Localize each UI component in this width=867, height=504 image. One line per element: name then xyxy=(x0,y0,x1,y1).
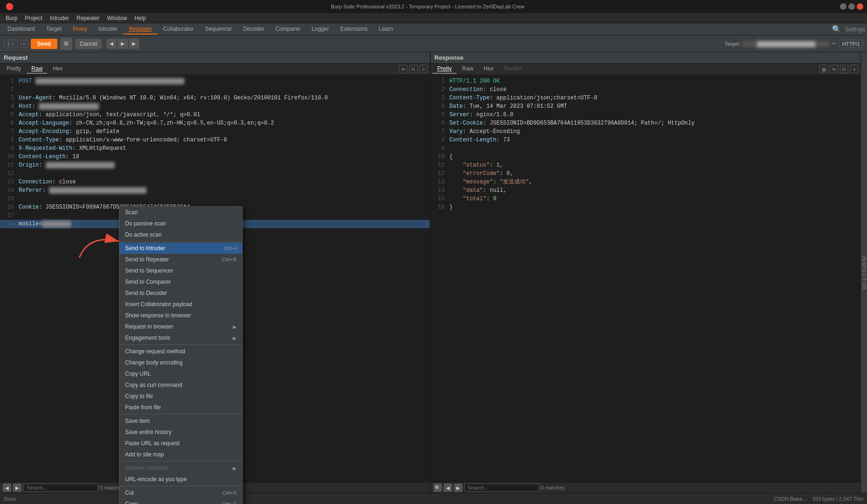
request-tab-pretty[interactable]: Pretty xyxy=(2,64,26,74)
ctx-change-method[interactable]: Change request method xyxy=(119,346,242,357)
response-search-prev[interactable]: ◀ xyxy=(444,483,452,492)
minimize-button[interactable] xyxy=(840,3,846,10)
close-button[interactable] xyxy=(857,3,863,10)
menu-help[interactable]: Help xyxy=(131,14,150,22)
shortcut-cut: Ctrl+X xyxy=(222,490,237,496)
menu-repeater[interactable]: Repeater xyxy=(73,14,103,22)
ctx-engagement[interactable]: Engagement tools ▶ xyxy=(119,332,242,343)
send-button[interactable]: Send xyxy=(31,39,57,49)
request-tab-hex[interactable]: Hex xyxy=(48,64,67,74)
inspector-panel[interactable]: INSPECTOR xyxy=(860,52,867,493)
shortcut-send-intruder: Ctrl+I xyxy=(224,245,237,251)
tab-decoder[interactable]: Decoder xyxy=(238,24,270,35)
nav-forward-button[interactable]: ▶ xyxy=(118,39,128,49)
ctx-copy-url[interactable]: Copy URL xyxy=(119,368,242,379)
tabbar: Dashboard Target Proxy Intruder Repeater… xyxy=(0,23,867,35)
response-pane-actions: ▦ ⇋ ln ≡ xyxy=(819,65,859,73)
menu-burp[interactable]: Burp xyxy=(2,14,21,22)
ctx-show-response[interactable]: Show response in browser xyxy=(119,310,242,321)
resp-line-2: 2 Connection: close xyxy=(431,85,860,94)
request-search-prev[interactable]: ◀ xyxy=(3,483,11,492)
request-search-next[interactable]: ▶ xyxy=(13,483,21,492)
edit-target-icon[interactable]: ✏ xyxy=(832,41,836,47)
ctx-request-browser[interactable]: Request in browser ▶ xyxy=(119,321,242,332)
ctx-save-item[interactable]: Save item xyxy=(119,415,242,427)
ctx-paste-url[interactable]: Paste URL as request xyxy=(119,438,242,449)
ctx-save-history[interactable]: Save entire history xyxy=(119,427,242,438)
request-search-input[interactable] xyxy=(23,483,98,492)
resp-line-7: 7 Vary: Accept-Encoding xyxy=(431,127,860,136)
ctx-send-intruder[interactable]: Send to Intruder Ctrl+I xyxy=(119,243,242,254)
ctx-active-scan[interactable]: Do active scan xyxy=(119,229,242,240)
response-search-next[interactable]: ▶ xyxy=(454,483,462,492)
code-line-7: 7 Accept-Encoding: gzip, deflate xyxy=(0,127,430,136)
request-wordwrap-button[interactable]: ⇋ xyxy=(399,65,407,73)
menu-window[interactable]: Window xyxy=(103,14,131,22)
ctx-passive-scan[interactable]: Do passive scan xyxy=(119,218,242,229)
tab-intruder[interactable]: Intruder xyxy=(93,24,123,35)
tab-comparer[interactable]: Comparer xyxy=(270,24,306,35)
tab-target[interactable]: Target xyxy=(41,24,67,35)
response-ln-button[interactable]: ln xyxy=(840,65,848,73)
response-grid-button[interactable]: ▦ xyxy=(819,65,828,73)
tab-extensions[interactable]: Extensions xyxy=(335,24,373,35)
settings-button[interactable]: ⚙ xyxy=(60,38,72,50)
resp-line-14: 14 "data": null, xyxy=(431,186,860,195)
tab-repeater[interactable]: Repeater xyxy=(123,24,157,35)
shortcut-send-repeater: Ctrl+R xyxy=(222,257,237,262)
settings-icon[interactable]: Settings xyxy=(845,26,865,33)
response-search-icon[interactable]: 🔍 xyxy=(434,483,442,492)
ctx-scan[interactable]: Scan xyxy=(119,207,242,218)
context-menu: Scan Do passive scan Do active scan Send… xyxy=(119,206,243,504)
code-line-11: 11 Origin: ████ xyxy=(0,161,430,169)
tab-sequencer[interactable]: Sequencer xyxy=(199,24,238,35)
ctx-cut[interactable]: Cut Ctrl+X xyxy=(119,487,242,498)
response-tab-render: Render xyxy=(499,64,527,74)
ctx-convert: Convert selection ▶ xyxy=(119,462,242,474)
ctx-url-encode[interactable]: URL-encode as you type xyxy=(119,474,242,485)
menu-project[interactable]: Project xyxy=(21,14,46,22)
search-icon[interactable]: 🔍 xyxy=(832,25,841,34)
response-menu-button[interactable]: ≡ xyxy=(850,65,859,73)
code-line-9: 9 X-Requested-With: XMLHttpRequest xyxy=(0,144,430,153)
tab-collaborator[interactable]: Collaborator xyxy=(158,24,199,35)
response-tab-hex[interactable]: Hex xyxy=(479,64,498,74)
cancel-button[interactable]: Cancel xyxy=(75,39,102,49)
response-wordwrap-button[interactable]: ⇋ xyxy=(830,65,838,73)
tab-proxy[interactable]: Proxy xyxy=(67,24,93,35)
response-code-area[interactable]: 1 HTTP/1.1 200 OK 2 Connection: close 3 … xyxy=(431,75,860,482)
ctx-sep-5 xyxy=(119,486,242,486)
toolbar: 1 × + Send ⚙ Cancel ◀ ▶ ▶ Target: ██████… xyxy=(0,35,867,52)
ctx-copy-curl[interactable]: Copy as curl command xyxy=(119,379,242,391)
tab-learn[interactable]: Learn xyxy=(373,24,399,35)
ctx-sep-1 xyxy=(119,241,242,242)
nav-back-button[interactable]: ◀ xyxy=(106,39,117,49)
response-search-input[interactable] xyxy=(464,483,539,492)
ctx-copy[interactable]: Copy Ctrl+C xyxy=(119,498,242,504)
ctx-send-repeater[interactable]: Send to Repeater Ctrl+R xyxy=(119,254,242,265)
ctx-copy-file[interactable]: Copy to file xyxy=(119,391,242,402)
ctx-change-encoding[interactable]: Change body encoding xyxy=(119,357,242,368)
ctx-collaborator[interactable]: Insert Collaborator payload xyxy=(119,299,242,310)
tab-dashboard[interactable]: Dashboard xyxy=(2,24,41,35)
code-line-3: 3 User-Agent: Mozilla/5.0 (Windows NT 10… xyxy=(0,94,430,102)
tab-number[interactable]: 1 × xyxy=(4,40,18,48)
ctx-paste-file[interactable]: Paste from file xyxy=(119,402,242,413)
request-menu-button[interactable]: ≡ xyxy=(420,65,428,73)
add-tab-button[interactable]: + xyxy=(21,40,28,48)
response-tab-pretty[interactable]: Pretty xyxy=(433,64,456,74)
tab-logger[interactable]: Logger xyxy=(306,24,335,35)
ctx-send-decoder[interactable]: Send to Decoder xyxy=(119,287,242,299)
submenu-arrow-convert: ▶ xyxy=(233,466,237,471)
ctx-send-comparer[interactable]: Send to Comparer xyxy=(119,276,242,287)
maximize-button[interactable] xyxy=(848,3,855,10)
menu-intruder[interactable]: Intruder xyxy=(46,14,73,22)
nav-extra-button[interactable]: ▶ xyxy=(129,39,139,49)
response-tab-raw[interactable]: Raw xyxy=(457,64,478,74)
request-ln-button[interactable]: ln xyxy=(409,65,418,73)
ctx-add-sitemap[interactable]: Add to site map xyxy=(119,449,242,460)
http-version-badge[interactable]: HTTP/1 xyxy=(839,40,863,48)
request-tab-raw[interactable]: Raw xyxy=(27,64,47,74)
response-pane-tabs: Pretty Raw Hex Render ▦ ⇋ ln ≡ xyxy=(431,63,860,75)
ctx-send-sequencer[interactable]: Send to Sequencer xyxy=(119,265,242,276)
